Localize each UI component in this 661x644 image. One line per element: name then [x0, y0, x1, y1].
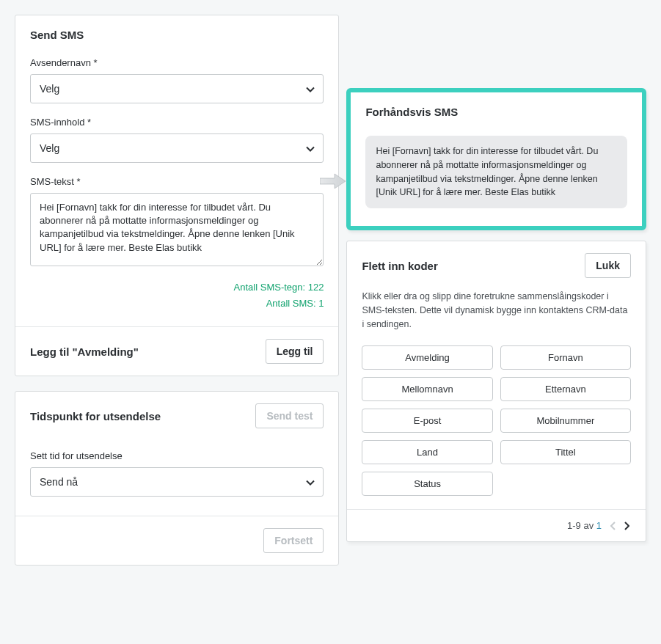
merge-code-chip[interactable]: Fornavn [500, 345, 631, 370]
merge-code-chip[interactable]: Tittel [500, 440, 631, 464]
pagination-next-icon[interactable] [622, 521, 631, 531]
add-unsubscribe-button[interactable]: Legg til [266, 339, 324, 364]
pagination-total: 1 [596, 520, 602, 531]
send-test-button[interactable]: Send test [255, 403, 324, 428]
merge-codes-card: Flett inn koder Lukk Klikk eller dra og … [346, 241, 646, 542]
send-sms-title: Send SMS [15, 15, 338, 51]
content-label: SMS-innhold * [30, 117, 324, 128]
sender-select[interactable]: Velg [30, 74, 324, 103]
merge-codes-description: Klikk eller dra og slipp dine foretrukne… [347, 285, 646, 338]
char-count: Antall SMS-tegn: 122 [30, 279, 324, 296]
unsubscribe-label: Legg til "Avmelding" [30, 345, 139, 358]
merge-code-chip[interactable]: Mobilnummer [500, 409, 631, 433]
sms-text-input[interactable] [30, 193, 324, 266]
preview-title: Forhåndsvis SMS [365, 106, 627, 118]
preview-panel: Forhåndsvis SMS Hei [Fornavn] takk for d… [346, 88, 646, 230]
schedule-time-select[interactable]: Send nå [30, 467, 324, 497]
sms-text-label: SMS-tekst * [30, 176, 324, 187]
content-select[interactable]: Velg [30, 133, 324, 163]
sender-label: Avsendernavn * [30, 57, 324, 68]
schedule-title: Tidspunkt for utsendelse [30, 410, 161, 422]
continue-button[interactable]: Fortsett [263, 528, 324, 553]
schedule-card: Tidspunkt for utsendelse Send test Sett … [15, 391, 339, 566]
merge-code-chip[interactable]: Status [362, 472, 492, 496]
pagination-range: 1-9 av [567, 520, 594, 531]
merge-code-chip[interactable]: Etternavn [500, 377, 631, 401]
merge-code-chip[interactable]: Avmelding [362, 345, 492, 370]
pagination-prev-icon[interactable] [609, 521, 618, 531]
merge-code-chip[interactable]: E-post [362, 409, 492, 433]
merge-code-chip[interactable]: Mellomnavn [362, 377, 492, 401]
close-codes-button[interactable]: Lukk [585, 253, 631, 278]
connector-arrow-icon [320, 173, 346, 192]
schedule-time-label: Sett tid for utsendelse [30, 450, 324, 461]
preview-message: Hei [Fornavn] takk for din interesse for… [365, 136, 627, 208]
sms-count: Antall SMS: 1 [30, 296, 324, 312]
send-sms-card: Send SMS Avsendernavn * Velg [15, 15, 339, 376]
merge-codes-title: Flett inn koder [362, 260, 437, 272]
merge-code-chip[interactable]: Land [362, 440, 492, 464]
